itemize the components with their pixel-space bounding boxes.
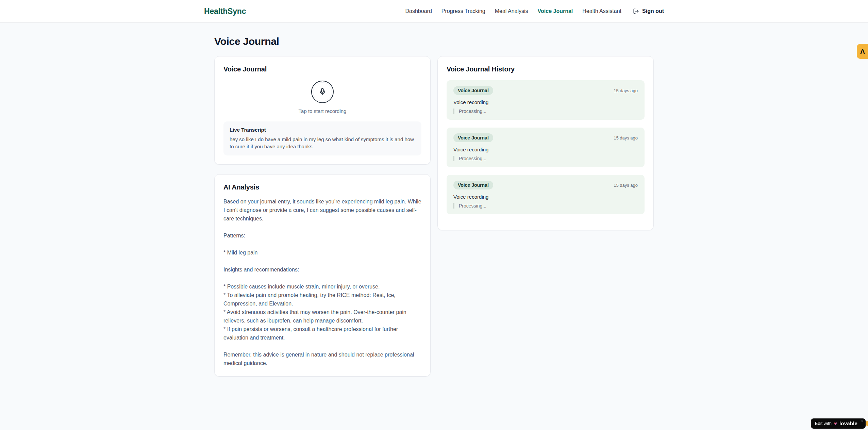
recorder-card-title: Voice Journal <box>223 65 421 73</box>
entry-type-badge: Voice Journal <box>453 86 493 95</box>
history-card-title: Voice Journal History <box>447 65 645 73</box>
top-nav: HealthSync Dashboard Progress Tracking M… <box>0 0 868 23</box>
log-out-icon <box>633 8 639 14</box>
history-entry-header: Voice Journal 15 days ago <box>453 133 638 142</box>
entry-type-badge: Voice Journal <box>453 181 493 189</box>
history-entry-header: Voice Journal 15 days ago <box>453 86 638 95</box>
mic-area: Tap to start recording <box>223 73 421 114</box>
edge-orange-sliver <box>866 421 868 426</box>
edit-with-lovable-badge[interactable]: Edit with ♥ lovable × <box>811 418 866 429</box>
close-icon[interactable]: × <box>861 419 864 424</box>
left-column: Voice Journal Tap to start recording <box>214 56 431 377</box>
entry-title: Voice recording <box>453 147 638 152</box>
live-transcript-text: hey so like I do have a mild pain in my … <box>230 136 415 150</box>
app-logo[interactable]: HealthSync <box>204 7 246 16</box>
main-content: Voice Journal Voice Journal <box>214 23 654 377</box>
nav-item-health-assistant[interactable]: Health Assistant <box>582 8 621 14</box>
edit-with-label: Edit with <box>815 421 832 426</box>
heart-icon: ♥ <box>834 420 837 426</box>
history-entry[interactable]: Voice Journal 15 days ago Voice recordin… <box>447 80 645 120</box>
side-panel-badge[interactable]: Λ <box>857 44 868 59</box>
content-grid: Voice Journal Tap to start recording <box>214 56 654 377</box>
entry-type-badge: Voice Journal <box>453 133 493 142</box>
analysis-paragraph: Patterns: <box>223 231 421 240</box>
ai-analysis-card: AI Analysis Based on your journal entry,… <box>214 174 431 377</box>
analysis-paragraph: Remember, this advice is general in natu… <box>223 350 421 367</box>
sign-out-button[interactable]: Sign out <box>633 8 664 14</box>
history-entries: Voice Journal 15 days ago Voice recordin… <box>447 80 645 214</box>
nav-links: Dashboard Progress Tracking Meal Analysi… <box>405 8 664 14</box>
entry-title: Voice recording <box>453 194 638 200</box>
ai-analysis-title: AI Analysis <box>223 183 421 191</box>
nav-item-voice-journal[interactable]: Voice Journal <box>538 8 573 14</box>
live-transcript-box: Live Transcript hey so like I do have a … <box>223 121 421 155</box>
page-title: Voice Journal <box>214 36 654 47</box>
nav-item-dashboard[interactable]: Dashboard <box>405 8 432 14</box>
nav-item-progress-tracking[interactable]: Progress Tracking <box>441 8 485 14</box>
entry-timestamp: 15 days ago <box>614 183 638 188</box>
analysis-paragraph: Based on your journal entry, it sounds l… <box>223 197 421 223</box>
nav-item-meal-analysis[interactable]: Meal Analysis <box>495 8 528 14</box>
entry-status: Processing... <box>453 109 638 114</box>
sign-out-label: Sign out <box>642 8 664 14</box>
analysis-paragraph: Insights and recommendations: <box>223 265 421 274</box>
analysis-paragraph: * Mild leg pain <box>223 248 421 257</box>
live-transcript-label: Live Transcript <box>230 127 415 133</box>
voice-journal-history-card: Voice Journal History Voice Journal 15 d… <box>437 56 654 230</box>
dev-tool-icon: Λ <box>860 48 865 55</box>
voice-recorder-card: Voice Journal Tap to start recording <box>214 56 431 165</box>
history-entry[interactable]: Voice Journal 15 days ago Voice recordin… <box>447 128 645 167</box>
entry-status: Processing... <box>453 156 638 161</box>
history-entry[interactable]: Voice Journal 15 days ago Voice recordin… <box>447 175 645 214</box>
tap-to-record-hint: Tap to start recording <box>299 108 347 114</box>
record-button[interactable] <box>311 81 334 103</box>
entry-status: Processing... <box>453 203 638 209</box>
top-nav-inner: HealthSync Dashboard Progress Tracking M… <box>204 7 664 16</box>
lovable-brand-label: lovable <box>839 420 857 426</box>
analysis-paragraph: * Possible causes include muscle strain,… <box>223 282 421 342</box>
history-entry-header: Voice Journal 15 days ago <box>453 181 638 189</box>
entry-timestamp: 15 days ago <box>614 88 638 93</box>
microphone-icon <box>319 88 326 96</box>
right-column: Voice Journal History Voice Journal 15 d… <box>437 56 654 230</box>
entry-title: Voice recording <box>453 99 638 105</box>
entry-timestamp: 15 days ago <box>614 135 638 140</box>
ai-analysis-body: Based on your journal entry, it sounds l… <box>223 197 421 367</box>
